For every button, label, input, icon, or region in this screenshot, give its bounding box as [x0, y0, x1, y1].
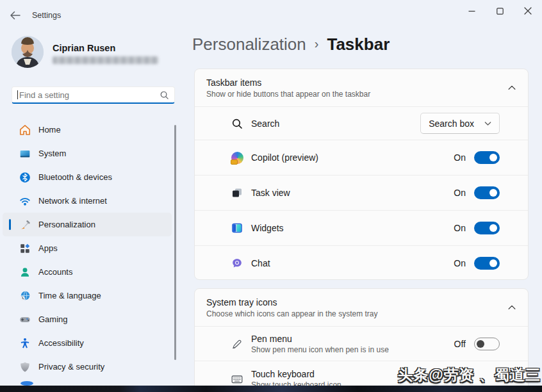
system-icon — [19, 148, 31, 159]
sidebar-item-privacy-security[interactable]: Privacy & security — [3, 355, 172, 379]
toggle-state-label: Off — [454, 339, 466, 349]
sidebar-item-label: Accounts — [38, 267, 72, 277]
apps-icon — [19, 243, 31, 254]
taskbar-items-header[interactable]: Taskbar items Show or hide buttons that … — [195, 69, 528, 99]
sidebar-item-bluetooth-devices[interactable]: Bluetooth & devices — [3, 165, 172, 189]
watermark-text: 头条@劳资 、蜀道三 — [398, 365, 541, 385]
sidebar-item-label: Network & internet — [38, 196, 107, 206]
dropdown-value: Search box — [429, 118, 474, 129]
taskbar-items-card: Taskbar items Show or hide buttons that … — [194, 69, 529, 280]
accounts-person-icon — [19, 266, 31, 278]
taskbar-search-icon — [231, 117, 243, 130]
toggle-state-label: On — [454, 188, 466, 198]
toggle-state-label: On — [454, 152, 466, 163]
windows-update-icon — [21, 381, 33, 386]
settings-row-widgets: Widgets On — [195, 210, 528, 245]
maximize-icon — [497, 8, 504, 15]
minimize-icon — [468, 8, 475, 15]
breadcrumb-personalization[interactable]: Personalization — [192, 35, 306, 54]
search-input[interactable] — [19, 90, 160, 100]
settings-row-search: Search Search box — [195, 106, 528, 140]
settings-row-task-view: Task view On — [195, 175, 528, 210]
collapse-button[interactable] — [507, 302, 516, 314]
sidebar-nav: Home System Bluetooth & devices Network … — [3, 118, 172, 379]
sidebar-item-label: Gaming — [38, 314, 68, 324]
avatar[interactable] — [12, 36, 44, 68]
sidebar-item-network-internet[interactable]: Network & internet — [3, 189, 172, 213]
find-a-setting-box[interactable] — [12, 86, 175, 104]
accessibility-icon — [19, 338, 31, 349]
settings-row-chat: Chat On — [195, 245, 528, 280]
search-mode-dropdown[interactable]: Search box — [420, 113, 500, 134]
settings-row-copilot: Copilot (preview) On — [195, 140, 528, 175]
page-title: Taskbar — [327, 35, 390, 54]
toggle-state-label: On — [454, 258, 466, 268]
sidebar-item-label: Home — [38, 125, 61, 135]
chat-icon — [231, 257, 243, 270]
profile-email-blurred — [53, 56, 158, 64]
pen-menu-toggle[interactable] — [474, 338, 500, 350]
sidebar-item-apps[interactable]: Apps — [3, 236, 172, 260]
row-label: Task view — [251, 188, 290, 198]
widgets-icon — [231, 222, 243, 234]
row-label: Search — [251, 118, 279, 129]
close-button[interactable] — [514, 0, 542, 22]
task-view-icon — [231, 186, 243, 199]
time-language-icon — [19, 290, 31, 302]
row-label: Widgets — [251, 223, 284, 233]
row-label: Copilot (preview) — [251, 152, 318, 163]
row-label: Touch keyboard — [251, 369, 341, 379]
touch-keyboard-icon — [231, 373, 243, 386]
home-icon — [19, 124, 31, 136]
window-title: Settings — [32, 11, 61, 20]
back-arrow-icon — [8, 9, 22, 22]
privacy-shield-icon — [19, 361, 31, 373]
sidebar-item-label: Accessibility — [38, 338, 84, 348]
widgets-toggle[interactable] — [474, 222, 500, 234]
sidebar-item-personalization[interactable]: Personalization — [3, 213, 172, 236]
chevron-down-icon — [484, 121, 491, 126]
close-icon — [524, 7, 532, 15]
maximize-button[interactable] — [486, 0, 514, 22]
sidebar-item-label: Apps — [38, 243, 58, 253]
minimize-button[interactable] — [457, 0, 486, 22]
back-button[interactable] — [8, 9, 22, 22]
sidebar-item-home[interactable]: Home — [3, 118, 172, 142]
gaming-controller-icon — [19, 314, 31, 325]
sidebar-item-label: Time & language — [38, 291, 101, 300]
row-label: Chat — [251, 258, 270, 268]
toggle-knob — [489, 154, 497, 161]
sidebar-item-label: Personalization — [38, 220, 95, 229]
text-caret — [17, 90, 18, 99]
taskbar-strip — [0, 386, 542, 392]
sidebar-item-time-language[interactable]: Time & language — [3, 284, 172, 307]
search-icon[interactable] — [160, 90, 169, 100]
network-wifi-icon — [19, 195, 31, 207]
system-tray-header[interactable]: System tray icons Choose which icons can… — [195, 289, 528, 318]
copilot-icon — [231, 152, 243, 164]
breadcrumb-separator-icon: › — [315, 37, 319, 51]
sidebar-item-gaming[interactable]: Gaming — [3, 307, 172, 331]
toggle-knob — [489, 224, 497, 232]
sidebar-item-system[interactable]: System — [3, 142, 172, 165]
section-subtitle: Choose which icons can appear in the sys… — [206, 309, 507, 318]
chat-toggle[interactable] — [474, 257, 500, 270]
sidebar-scrollbar[interactable] — [174, 125, 176, 360]
bluetooth-icon — [19, 172, 31, 183]
sidebar-item-label: System — [38, 149, 66, 158]
sidebar-item-accounts[interactable]: Accounts — [3, 260, 172, 284]
collapse-button[interactable] — [507, 83, 516, 94]
chevron-up-icon — [507, 304, 516, 311]
avatar-photo — [12, 36, 44, 68]
sidebar-item-label: Bluetooth & devices — [38, 172, 112, 182]
section-subtitle: Show or hide buttons that appear on the … — [206, 90, 507, 99]
row-label: Pen menu — [251, 334, 389, 344]
task-view-toggle[interactable] — [474, 186, 500, 199]
sidebar-item-accessibility[interactable]: Accessibility — [3, 331, 172, 355]
copilot-toggle[interactable] — [474, 151, 500, 164]
chevron-up-icon — [507, 84, 516, 92]
row-sublabel: Show pen menu icon when pen is in use — [251, 345, 389, 354]
breadcrumb: Personalization › Taskbar — [192, 35, 390, 54]
pen-menu-icon — [231, 338, 243, 350]
toggle-knob — [489, 259, 497, 267]
